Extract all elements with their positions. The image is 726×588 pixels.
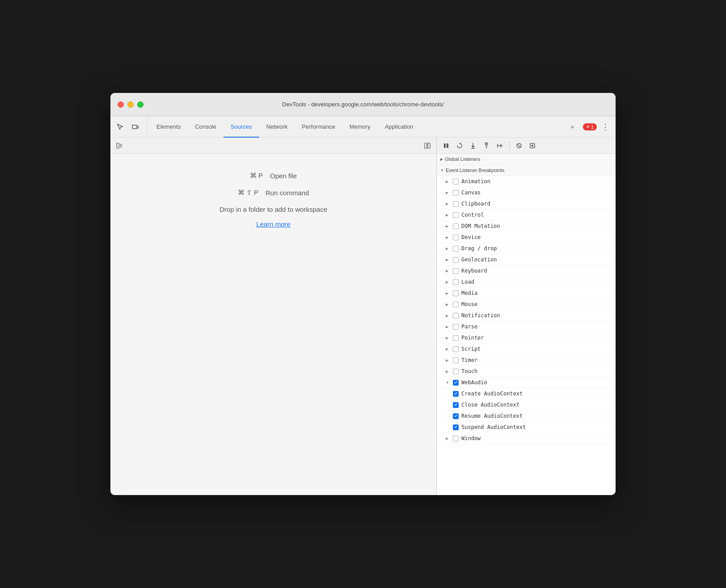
tab-memory[interactable]: Memory: [342, 116, 378, 138]
step-into-button[interactable]: [467, 140, 479, 151]
control-label: Control: [461, 212, 484, 218]
notification-label: Notification: [461, 312, 500, 319]
parse-checkbox[interactable]: [453, 324, 459, 330]
global-listeners-label: Global Listeners: [445, 156, 481, 162]
geolocation-checkbox[interactable]: [453, 257, 459, 263]
tab-sources[interactable]: Sources: [224, 116, 259, 138]
script-label: Script: [461, 346, 481, 352]
breakpoint-media[interactable]: ▶ Media: [437, 288, 616, 299]
mouse-checkbox[interactable]: [453, 302, 459, 307]
breakpoint-pointer[interactable]: ▶ Pointer: [437, 332, 616, 344]
breakpoint-drag-drop[interactable]: ▶ Drag / drop: [437, 243, 616, 254]
breakpoint-control[interactable]: ▶ Control: [437, 210, 616, 221]
breakpoint-close-audio[interactable]: Close AudioContext: [437, 399, 616, 411]
close-button[interactable]: [118, 101, 124, 108]
svg-rect-8: [444, 143, 446, 148]
keyboard-arrow: ▶: [446, 269, 450, 273]
traffic-lights: [118, 101, 144, 108]
breakpoint-load[interactable]: ▶ Load: [437, 277, 616, 288]
close-audio-checkbox[interactable]: [453, 402, 459, 408]
inspect-element-button[interactable]: [114, 121, 127, 133]
step-button[interactable]: [494, 140, 506, 151]
error-badge[interactable]: ✕ 1: [583, 123, 597, 130]
parse-label: Parse: [461, 323, 477, 330]
media-checkbox[interactable]: [453, 290, 459, 296]
touch-checkbox[interactable]: [453, 369, 459, 374]
devtools-window: DevTools - developers.google.com/web/too…: [110, 93, 616, 495]
svg-line-17: [517, 144, 521, 147]
step-over-button[interactable]: [454, 140, 465, 151]
breakpoint-touch[interactable]: ▶ Touch: [437, 366, 616, 377]
breakpoint-suspend-audio[interactable]: Suspend AudioContext: [437, 422, 616, 433]
breakpoint-script[interactable]: ▶ Script: [437, 344, 616, 355]
clipboard-checkbox[interactable]: [453, 201, 459, 207]
notification-arrow: ▶: [446, 314, 450, 318]
svg-rect-1: [137, 126, 139, 128]
global-listeners-arrow: ▶: [440, 157, 443, 161]
tab-performance[interactable]: Performance: [295, 116, 342, 138]
load-checkbox[interactable]: [453, 279, 459, 285]
tabs-bar: Elements Console Sources Network Perform…: [110, 116, 616, 138]
load-label: Load: [461, 279, 474, 285]
breakpoint-create-audio[interactable]: Create AudioContext: [437, 388, 616, 399]
breakpoint-notification[interactable]: ▶ Notification: [437, 310, 616, 321]
dom-mutation-checkbox[interactable]: [453, 223, 459, 229]
breakpoint-canvas[interactable]: ▶ Canvas: [437, 187, 616, 198]
dont-pause-on-exceptions-button[interactable]: [527, 140, 538, 151]
device-toolbar-button[interactable]: [129, 121, 142, 133]
timer-checkbox[interactable]: [453, 357, 459, 363]
pause-button[interactable]: [440, 140, 452, 151]
breakpoint-device[interactable]: ▶ Device: [437, 232, 616, 243]
script-checkbox[interactable]: [453, 346, 459, 352]
window-checkbox[interactable]: [453, 436, 459, 441]
breakpoint-parse[interactable]: ▶ Parse: [437, 321, 616, 332]
tab-application[interactable]: Application: [378, 116, 421, 138]
pointer-checkbox[interactable]: [453, 335, 459, 341]
breakpoint-geolocation[interactable]: ▶ Geolocation: [437, 254, 616, 265]
suspend-audio-checkbox[interactable]: [453, 424, 459, 430]
device-checkbox[interactable]: [453, 235, 459, 240]
breakpoint-keyboard[interactable]: ▶ Keyboard: [437, 265, 616, 277]
breakpoint-timer[interactable]: ▶ Timer: [437, 355, 616, 366]
tab-console[interactable]: Console: [188, 116, 224, 138]
show-navigator-button[interactable]: [114, 140, 125, 151]
breakpoint-mouse[interactable]: ▶ Mouse: [437, 299, 616, 310]
deactivate-breakpoints-button[interactable]: [513, 140, 525, 151]
step-out-button[interactable]: [481, 140, 492, 151]
webaudio-label: WebAudio: [461, 379, 487, 386]
control-checkbox[interactable]: [453, 212, 459, 218]
device-label: Device: [461, 234, 481, 240]
webaudio-arrow: ▼: [446, 381, 450, 385]
drop-folder-text: Drop in a folder to add to workspace: [219, 206, 327, 213]
event-listener-breakpoints-header[interactable]: ▼ Event Listener Breakpoints: [437, 165, 616, 176]
timer-label: Timer: [461, 357, 477, 363]
keyboard-checkbox[interactable]: [453, 268, 459, 274]
resume-audio-checkbox[interactable]: [453, 413, 459, 419]
breakpoint-window[interactable]: ▶ Window: [437, 433, 616, 444]
dom-mutation-arrow: ▶: [446, 224, 450, 228]
breakpoint-webaudio[interactable]: ▼ WebAudio: [437, 377, 616, 388]
more-tabs-button[interactable]: »: [564, 123, 581, 131]
global-listeners-header[interactable]: ▶ Global Listeners: [437, 154, 616, 165]
breakpoint-clipboard[interactable]: ▶ Clipboard: [437, 198, 616, 210]
breakpoint-dom-mutation[interactable]: ▶ DOM Mutation: [437, 221, 616, 232]
breakpoints-panel: ▶ Global Listeners ▼ Event Listener Brea…: [437, 154, 616, 495]
load-arrow: ▶: [446, 280, 450, 284]
touch-arrow: ▶: [446, 370, 450, 374]
tab-network[interactable]: Network: [259, 116, 295, 138]
notification-checkbox[interactable]: [453, 313, 459, 319]
show-debugger-button[interactable]: [422, 140, 433, 151]
minimize-button[interactable]: [127, 101, 134, 108]
breakpoint-resume-audio[interactable]: Resume AudioContext: [437, 411, 616, 422]
create-audio-checkbox[interactable]: [453, 391, 459, 397]
animation-checkbox[interactable]: [453, 179, 459, 185]
maximize-button[interactable]: [137, 101, 144, 108]
webaudio-checkbox[interactable]: [453, 380, 459, 386]
toolbar-icons: [114, 116, 148, 137]
tab-elements[interactable]: Elements: [149, 116, 188, 138]
drag-drop-checkbox[interactable]: [453, 246, 459, 252]
learn-more-link[interactable]: Learn more: [256, 220, 291, 228]
canvas-checkbox[interactable]: [453, 190, 459, 196]
settings-button[interactable]: ⋮: [599, 120, 612, 134]
breakpoint-animation[interactable]: ▶ Animation: [437, 176, 616, 187]
